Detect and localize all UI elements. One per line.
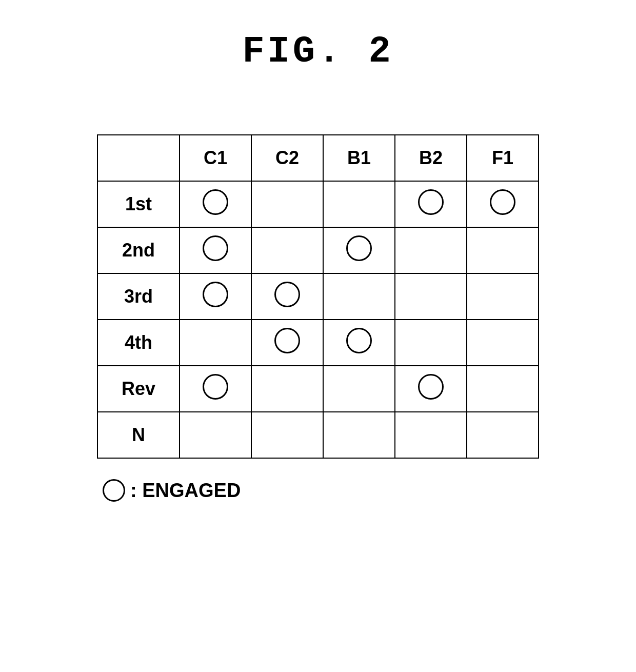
cell-1st-b2 <box>395 181 467 227</box>
engaged-circle-icon <box>203 282 228 307</box>
cell-3rd-b1 <box>323 273 395 320</box>
cell-2nd-b2 <box>395 227 467 273</box>
engaged-circle-icon <box>274 282 300 307</box>
cell-n-b2 <box>395 412 467 458</box>
table-row: 1st <box>97 181 539 227</box>
cell-n-b1 <box>323 412 395 458</box>
table-row: N <box>97 412 539 458</box>
row-label-2nd: 2nd <box>97 227 180 273</box>
row-label-4th: 4th <box>97 320 180 366</box>
cell-3rd-c1 <box>180 273 251 320</box>
cell-4th-b2 <box>395 320 467 366</box>
cell-3rd-c2 <box>251 273 323 320</box>
engaged-circle-icon <box>203 189 228 215</box>
cell-4th-f1 <box>467 320 539 366</box>
row-label-rev: Rev <box>97 366 180 412</box>
cell-1st-b1 <box>323 181 395 227</box>
cell-4th-c2 <box>251 320 323 366</box>
cell-n-c2 <box>251 412 323 458</box>
engaged-circle-icon <box>203 374 228 400</box>
legend-text: : ENGAGED <box>130 480 241 502</box>
cell-rev-f1 <box>467 366 539 412</box>
engaged-circle-icon <box>418 374 444 400</box>
table-header-row: C1 C2 B1 B2 F1 <box>97 135 539 181</box>
cell-2nd-c2 <box>251 227 323 273</box>
engaged-circle-icon <box>274 328 300 353</box>
legend-circle-icon <box>103 479 125 502</box>
cell-1st-c1 <box>180 181 251 227</box>
header-c2: C2 <box>251 135 323 181</box>
cell-n-f1 <box>467 412 539 458</box>
header-empty <box>97 135 180 181</box>
cell-4th-c1 <box>180 320 251 366</box>
cell-n-c1 <box>180 412 251 458</box>
cell-2nd-b1 <box>323 227 395 273</box>
cell-rev-b2 <box>395 366 467 412</box>
cell-3rd-f1 <box>467 273 539 320</box>
cell-rev-c1 <box>180 366 251 412</box>
table-row: Rev <box>97 366 539 412</box>
cell-3rd-b2 <box>395 273 467 320</box>
engaged-circle-icon <box>203 235 228 261</box>
header-b2: B2 <box>395 135 467 181</box>
legend: : ENGAGED <box>103 479 241 502</box>
gear-engagement-table: C1 C2 B1 B2 F1 1st2nd3rd4thRevN <box>97 134 539 459</box>
cell-2nd-f1 <box>467 227 539 273</box>
header-c1: C1 <box>180 135 251 181</box>
engaged-circle-icon <box>346 235 372 261</box>
cell-1st-c2 <box>251 181 323 227</box>
cell-rev-b1 <box>323 366 395 412</box>
row-label-1st: 1st <box>97 181 180 227</box>
table-row: 4th <box>97 320 539 366</box>
cell-2nd-c1 <box>180 227 251 273</box>
engaged-circle-icon <box>346 328 372 353</box>
row-label-3rd: 3rd <box>97 273 180 320</box>
page-title: FIG. 2 <box>242 31 393 73</box>
cell-rev-c2 <box>251 366 323 412</box>
table-row: 2nd <box>97 227 539 273</box>
cell-4th-b1 <box>323 320 395 366</box>
table-row: 3rd <box>97 273 539 320</box>
row-label-n: N <box>97 412 180 458</box>
header-b1: B1 <box>323 135 395 181</box>
header-f1: F1 <box>467 135 539 181</box>
cell-1st-f1 <box>467 181 539 227</box>
engaged-circle-icon <box>418 189 444 215</box>
engaged-circle-icon <box>490 189 515 215</box>
